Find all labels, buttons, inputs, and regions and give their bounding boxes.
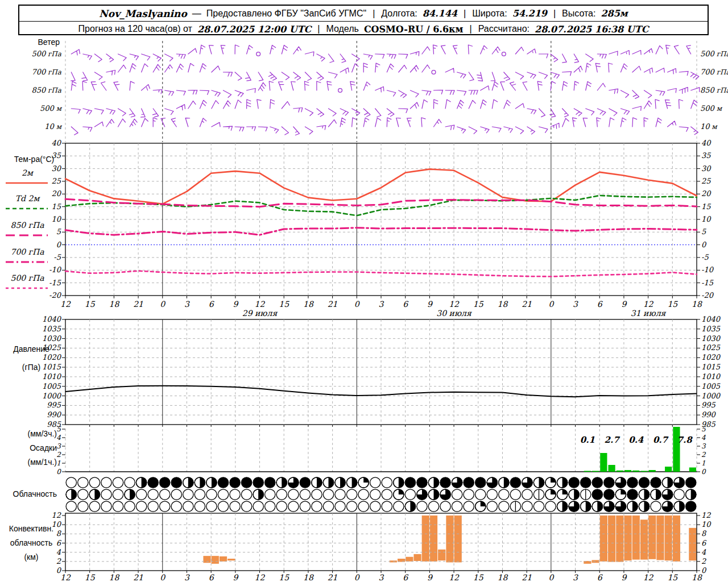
svg-text:5: 5 — [56, 227, 61, 236]
svg-text:1015: 1015 — [42, 363, 61, 371]
svg-text:3: 3 — [573, 573, 578, 582]
svg-text:1040: 1040 — [701, 315, 721, 323]
svg-text:-5: -5 — [701, 253, 709, 261]
svg-text:12: 12 — [51, 511, 61, 519]
svg-text:21: 21 — [133, 300, 143, 309]
svg-text:15: 15 — [701, 202, 711, 211]
svg-text:20: 20 — [701, 189, 712, 198]
svg-text:21: 21 — [133, 573, 143, 582]
svg-text:18: 18 — [109, 573, 119, 582]
svg-text:1010: 1010 — [701, 372, 721, 381]
svg-text:9: 9 — [233, 300, 238, 309]
svg-text:6: 6 — [403, 573, 408, 582]
svg-text:15: 15 — [85, 573, 96, 582]
svg-text:9: 9 — [233, 573, 238, 582]
svg-text:700 гПа: 700 гПа — [31, 68, 61, 76]
svg-text:1035: 1035 — [701, 325, 721, 333]
svg-text:12: 12 — [255, 300, 266, 309]
svg-text:4: 4 — [56, 548, 61, 556]
svg-text:4: 4 — [701, 434, 706, 442]
svg-text:3: 3 — [379, 300, 384, 309]
svg-text:21: 21 — [328, 300, 338, 309]
svg-text:3: 3 — [701, 442, 706, 450]
svg-text:18: 18 — [498, 300, 508, 309]
svg-text:995: 995 — [701, 401, 716, 409]
svg-text:10 м: 10 м — [700, 122, 718, 131]
svg-text:2: 2 — [56, 451, 61, 459]
svg-text:1025: 1025 — [42, 343, 61, 352]
svg-text:1020: 1020 — [42, 353, 62, 361]
svg-text:0.7: 0.7 — [653, 435, 669, 445]
svg-text:40: 40 — [701, 139, 712, 147]
svg-text:21: 21 — [328, 573, 338, 582]
svg-text:12: 12 — [701, 511, 711, 519]
cloudiness-rows — [66, 477, 696, 512]
svg-text:6: 6 — [56, 539, 62, 547]
svg-text:30: 30 — [51, 164, 61, 173]
svg-text:15: 15 — [279, 573, 289, 582]
svg-text:5: 5 — [701, 227, 706, 236]
svg-text:15: 15 — [473, 300, 484, 309]
svg-text:12: 12 — [60, 300, 71, 309]
svg-text:3: 3 — [184, 300, 190, 309]
svg-text:9: 9 — [427, 300, 433, 309]
svg-text:12: 12 — [255, 573, 266, 582]
svg-text:4: 4 — [56, 434, 61, 442]
svg-text:15: 15 — [279, 300, 289, 309]
svg-text:2: 2 — [56, 557, 61, 566]
svg-text:40: 40 — [51, 139, 61, 147]
svg-text:-20: -20 — [701, 291, 714, 300]
svg-text:1005: 1005 — [42, 382, 61, 390]
svg-text:12: 12 — [60, 573, 71, 582]
svg-text:6: 6 — [597, 300, 603, 309]
svg-text:18: 18 — [692, 300, 702, 309]
svg-text:18: 18 — [303, 573, 314, 582]
svg-text:2: 2 — [701, 557, 706, 566]
svg-text:15: 15 — [85, 300, 96, 309]
svg-text:995: 995 — [47, 401, 61, 409]
svg-text:5: 5 — [56, 425, 61, 433]
svg-text:4: 4 — [701, 548, 706, 556]
svg-text:6: 6 — [209, 300, 214, 309]
svg-text:1010: 1010 — [42, 372, 62, 381]
svg-text:10: 10 — [51, 520, 61, 529]
svg-text:-15: -15 — [49, 278, 61, 287]
svg-text:500 гПа: 500 гПа — [31, 49, 61, 58]
svg-text:0: 0 — [548, 573, 554, 582]
svg-text:0: 0 — [160, 300, 166, 309]
svg-text:9: 9 — [427, 573, 433, 582]
svg-text:1020: 1020 — [701, 353, 721, 361]
svg-text:6: 6 — [597, 573, 603, 582]
svg-text:500 м: 500 м — [700, 104, 723, 113]
pressure-chart: 1040104010351035103010301025102510201020… — [42, 315, 721, 429]
svg-text:18: 18 — [692, 573, 702, 582]
svg-text:20: 20 — [51, 189, 61, 198]
svg-text:8: 8 — [56, 529, 62, 538]
svg-text:-15: -15 — [701, 278, 714, 287]
meteogram-page: Nov_Maslyanino — Предоставлено ФГБУ "Зап… — [0, 0, 728, 582]
svg-text:-10: -10 — [49, 265, 62, 274]
svg-text:3: 3 — [56, 442, 61, 450]
svg-text:0: 0 — [701, 240, 707, 249]
svg-text:0.4: 0.4 — [628, 435, 644, 445]
svg-text:35: 35 — [51, 151, 61, 160]
svg-text:18: 18 — [109, 300, 119, 309]
svg-text:10: 10 — [701, 520, 712, 529]
svg-text:3: 3 — [184, 573, 190, 582]
svg-text:-10: -10 — [701, 265, 714, 274]
svg-text:12: 12 — [449, 573, 460, 582]
svg-text:0.1: 0.1 — [580, 435, 595, 445]
svg-text:1030: 1030 — [42, 334, 62, 343]
svg-text:500 м: 500 м — [40, 104, 63, 113]
svg-text:850 гПа: 850 гПа — [31, 86, 61, 94]
svg-text:15: 15 — [667, 573, 678, 582]
svg-text:0: 0 — [56, 240, 62, 249]
svg-text:1000: 1000 — [42, 392, 62, 400]
svg-text:990: 990 — [47, 410, 62, 419]
svg-text:15: 15 — [667, 300, 678, 309]
svg-text:35: 35 — [701, 151, 711, 160]
svg-text:1000: 1000 — [701, 392, 721, 400]
svg-text:15: 15 — [473, 573, 484, 582]
svg-text:21: 21 — [522, 573, 532, 582]
svg-text:0: 0 — [354, 300, 360, 309]
